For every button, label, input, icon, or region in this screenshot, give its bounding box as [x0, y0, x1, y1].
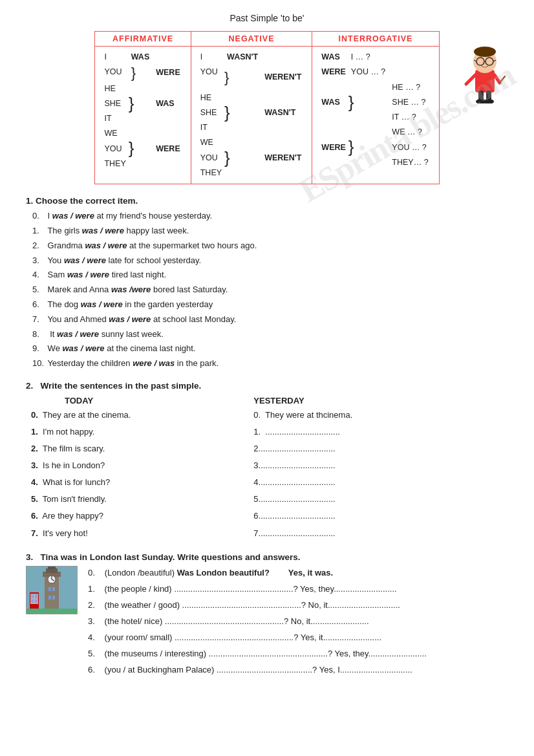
section-1-num: 1. [26, 196, 33, 206]
section-2-label: Write the sentences in the past simple. [41, 381, 202, 391]
section-3-title: 3. Tina was in London last Sunday. Write… [26, 552, 508, 562]
svg-rect-33 [27, 609, 78, 614]
list-item: 5. (the museums / interesting) .........… [88, 647, 508, 661]
exercise-3-list: 0. (London /beautiful) Was London beauti… [88, 566, 508, 680]
table-row: 5. Tom isn't friendly. 5................… [26, 491, 508, 508]
svg-line-10 [500, 76, 505, 83]
exercise-1-list: 0. I was / were at my friend's house yes… [26, 210, 508, 371]
svg-rect-19 [48, 567, 56, 569]
section-2-title: 2. Write the sentences in the past simpl… [26, 381, 508, 391]
section-3-label: Tina was in London last Sunday. Write qu… [41, 552, 301, 562]
yesterday-header: YESTERDAY [248, 394, 508, 407]
list-item: 4. (your room/ small) ..................… [88, 631, 508, 645]
table-row: 1. I'm not happy. 1. ...................… [26, 424, 508, 440]
list-item: 6. (you / at Buckingham Palace) ........… [88, 663, 508, 677]
list-item: 0. (London /beautiful) Was London beauti… [88, 566, 508, 580]
exercise-2-table: TODAY YESTERDAY 0. They are at the cinem… [26, 394, 508, 542]
svg-line-8 [466, 75, 475, 84]
list-item: 8. It was / were sunny last week. [32, 328, 508, 341]
today-header: TODAY [26, 394, 248, 407]
exercise-3-container: 0. (London /beautiful) Was London beauti… [26, 566, 508, 680]
section-3: 3. Tina was in London last Sunday. Write… [26, 552, 508, 680]
london-image [26, 566, 78, 614]
list-item: 3. You was / were late for school yester… [32, 254, 508, 268]
svg-rect-23 [48, 587, 51, 591]
interrogative-cell: WAS I … ? WERE YOU … ? WAS } HE … ? SHE … [312, 47, 439, 184]
svg-point-14 [484, 99, 494, 103]
list-item: 7. You and Ahmed was / were at school la… [32, 313, 508, 327]
list-item: 10. Yesterday the children were / was in… [32, 357, 508, 371]
svg-rect-25 [48, 596, 51, 599]
were-label: WERE [156, 68, 180, 77]
svg-line-9 [495, 75, 500, 83]
list-item: 0. I was / were at my friend's house yes… [32, 210, 508, 223]
negative-cell: I WASN'T YOU } WEREN'T HE } WASN'T SHE [191, 47, 312, 184]
list-item: 5. Marek and Anna was /were bored last S… [32, 283, 508, 297]
list-item: 9. We was / were at the cinema last nigh… [32, 342, 508, 356]
section-3-num: 3. [26, 552, 33, 562]
grammar-table: AFFIRMATIVE NEGATIVE INTERROGATIVE I WAS… [94, 31, 439, 184]
section-2-num: 2. [26, 381, 33, 391]
section-1-title: 1. Choose the correct item. [26, 196, 508, 206]
svg-rect-24 [52, 587, 55, 591]
section-2: 2. Write the sentences in the past simpl… [26, 381, 508, 542]
list-item: 4. Sam was / were tired last night. [32, 268, 508, 282]
table-row: 3. Is he in London? 3...................… [26, 457, 508, 474]
svg-rect-29 [31, 594, 34, 598]
list-item: 6. The dog was / were in the garden yest… [32, 298, 508, 312]
list-item: 3. (the hotel/ nice) ...................… [88, 614, 508, 629]
affirmative-cell: I WAS YOU } WERE HE } WAS [95, 47, 191, 184]
section-1-label: Choose the correct item. [36, 196, 138, 206]
table-row: 6. Are they happy? 6....................… [26, 508, 508, 524]
table-row: 4. What is for lunch? 4.................… [26, 474, 508, 491]
table-row: 2. The film is scary. 2.................… [26, 440, 508, 457]
list-item: 2. (the weather / good) ................… [88, 598, 508, 612]
table-row: 0. They are at the cinema. 0. They were … [26, 407, 508, 424]
svg-point-2 [474, 47, 496, 57]
page-title: Past Simple 'to be' [26, 13, 508, 23]
header-affirmative: AFFIRMATIVE [95, 32, 191, 47]
header-negative: NEGATIVE [191, 32, 312, 47]
teacher-illustration [461, 39, 509, 103]
section-1: 1. Choose the correct item. 0. I was / w… [26, 196, 508, 371]
table-row: 7. It's very hot! 7.....................… [26, 525, 508, 542]
svg-rect-0 [475, 70, 495, 92]
svg-rect-30 [35, 594, 37, 598]
list-item: 1. (the people / kind) .................… [88, 582, 508, 596]
header-interrogative: INTERROGATIVE [312, 32, 439, 47]
list-item: 1. The girls was / were happy last week. [32, 224, 508, 238]
svg-rect-18 [46, 568, 58, 573]
svg-rect-32 [35, 599, 37, 603]
list-item: 2. Grandma was / were at the supermarket… [32, 239, 508, 253]
svg-rect-26 [52, 596, 55, 599]
svg-rect-31 [31, 599, 34, 603]
